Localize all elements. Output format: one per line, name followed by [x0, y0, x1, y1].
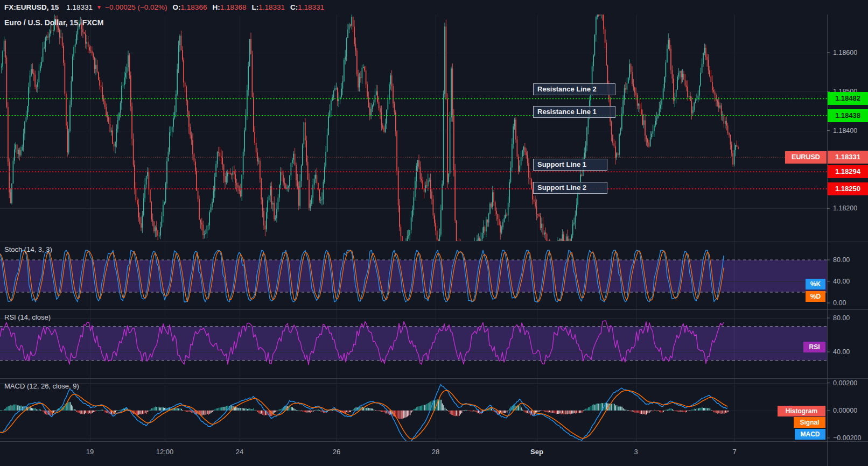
close-label: C: [290, 3, 298, 11]
rsi-pane [0, 319, 827, 365]
close-value: 1.18331 [298, 3, 324, 11]
last-price: 1.18331 [66, 3, 93, 11]
low-label: L: [251, 3, 258, 11]
chart-canvas[interactable] [0, 0, 868, 466]
level-lines [0, 98, 827, 189]
price-change: −0.00025 (−0.02%) [105, 3, 167, 11]
high-label: H: [212, 3, 220, 11]
open-label: O: [173, 3, 181, 11]
stoch-pane [0, 250, 827, 302]
time-axis[interactable] [0, 442, 827, 466]
low-value: 1.18331 [258, 3, 285, 11]
candles-layer [1, 5, 739, 266]
high-value: 1.18368 [220, 3, 247, 11]
price-axis[interactable] [828, 15, 868, 441]
symbol-name: FX:EURUSD, 15 [4, 3, 59, 11]
tradingview-chart-window: FX:EURUSD, 15 1.18331 ▼ −0.00025 (−0.02%… [0, 0, 868, 466]
symbol-info-bar: FX:EURUSD, 15 1.18331 ▼ −0.00025 (−0.02%… [0, 0, 868, 15]
open-value: 1.18366 [181, 3, 207, 11]
down-triangle-icon: ▼ [96, 4, 102, 10]
macd-pane [0, 384, 827, 443]
